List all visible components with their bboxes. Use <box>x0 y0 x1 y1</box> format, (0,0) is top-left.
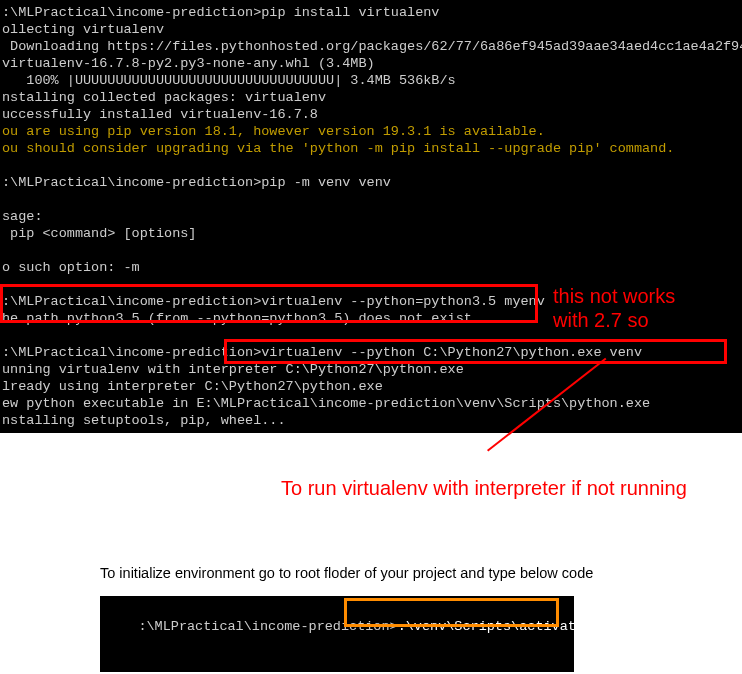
terminal-line: lready using interpreter C:\Python27\pyt… <box>2 378 742 395</box>
terminal-line: ollecting virtualenv <box>2 21 742 38</box>
terminal-line: ou should consider upgrading via the 'py… <box>2 140 742 157</box>
terminal-line: :\MLPractical\income-prediction>pip inst… <box>2 4 742 21</box>
terminal-line: nstalling setuptools, pip, wheel... <box>2 412 742 429</box>
terminal-line: ou are using pip version 18.1, however v… <box>2 123 742 140</box>
terminal-line: ew python executable in E:\MLPractical\i… <box>2 395 742 412</box>
annotation-text-2: with 2.7 so <box>553 309 649 332</box>
annotation-text-1: this not works <box>553 285 675 308</box>
terminal-line: virtualenv-16.7.8-py2.py3-none-any.whl (… <box>2 55 742 72</box>
terminal-window: :\MLPractical\income-prediction>pip inst… <box>0 0 742 433</box>
terminal-line: uccessfully installed virtualenv-16.7.8 <box>2 106 742 123</box>
code-block: :\MLPractical\income-prediction>.\venv\S… <box>100 596 574 672</box>
annotation-text-3: To run virtualenv with interpreter if no… <box>281 477 687 500</box>
code-command: .\venv\Scripts\activate <box>398 619 584 634</box>
instruction-text-1: To initialize environment go to root flo… <box>100 565 593 581</box>
code-prompt: :\MLPractical\income-prediction> <box>138 619 397 634</box>
terminal-line: o such option: -m <box>2 259 742 276</box>
terminal-line: :\MLPractical\income-prediction>virtuale… <box>2 344 742 361</box>
terminal-line: unning virtualenv with interpreter C:\Py… <box>2 361 742 378</box>
terminal-line <box>2 191 742 208</box>
terminal-line <box>2 242 742 259</box>
terminal-line: Downloading https://files.pythonhosted.o… <box>2 38 742 55</box>
instructions-section: To initialize environment go to root flo… <box>100 565 593 674</box>
terminal-line <box>2 157 742 174</box>
terminal-line: pip <command> [options] <box>2 225 742 242</box>
terminal-line: :\MLPractical\income-prediction>pip -m v… <box>2 174 742 191</box>
terminal-line: 100% |UUUUUUUUUUUUUUUUUUUUUUUUUUUUUUUU| … <box>2 72 742 89</box>
terminal-line: nstalling collected packages: virtualenv <box>2 89 742 106</box>
terminal-line: sage: <box>2 208 742 225</box>
